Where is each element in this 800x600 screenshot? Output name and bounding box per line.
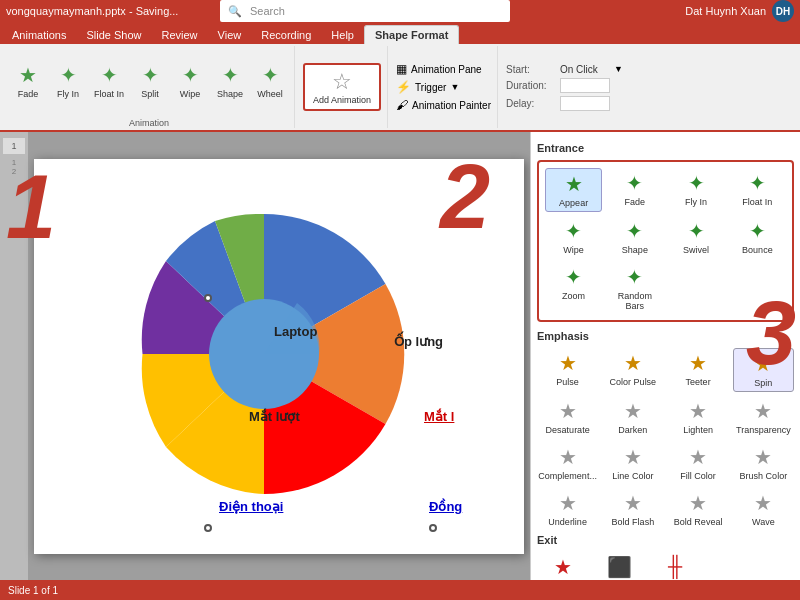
anim-underline[interactable]: ★ Underline <box>537 488 598 530</box>
anim-desaturate[interactable]: ★ Desaturate <box>537 396 598 438</box>
fillcolor-label: Fill Color <box>680 471 716 481</box>
boldreveal-label: Bold Reveal <box>674 517 723 527</box>
delay-row: Delay: 00:00 <box>506 96 623 111</box>
duration-input[interactable] <box>560 78 610 93</box>
anim-bold-reveal[interactable]: ★ Bold Reveal <box>668 488 729 530</box>
desaturate-icon: ★ <box>559 399 577 423</box>
fillcolor-icon: ★ <box>689 445 707 469</box>
anim-color-pulse[interactable]: ★ Color Pulse <box>602 348 663 392</box>
tab-review[interactable]: Review <box>151 26 207 44</box>
emphasis-grid-top: ★ Pulse ★ Color Pulse ★ Teeter ★ Spin <box>537 348 794 392</box>
anim-wave[interactable]: ★ Wave <box>733 488 794 530</box>
anim-fade-btn[interactable]: ★ Fade <box>10 61 46 101</box>
slide-num-1[interactable]: 1 <box>3 138 25 154</box>
anim-pulse[interactable]: ★ Pulse <box>537 348 598 392</box>
anim-bold-flash[interactable]: ★ Bold Flash <box>602 488 663 530</box>
swivel-anim-icon: ✦ <box>688 219 705 243</box>
emphasis-grid-2: ★ Desaturate ★ Darken ★ Lighten ★ Transp… <box>537 396 794 438</box>
animation-pane-btn[interactable]: ▦ Animation Pane <box>396 62 491 76</box>
anim-brush-color[interactable]: ★ Brush Color <box>733 442 794 484</box>
entrance-section: Entrance ★ Appear ✦ Fade ✦ Fly In <box>537 142 794 322</box>
avatar: DH <box>772 0 794 22</box>
anim-fill-color[interactable]: ★ Fill Color <box>668 442 729 484</box>
search-bar[interactable]: 🔍 Search <box>220 0 510 22</box>
anim-bounce[interactable]: ✦ Bounce <box>729 216 786 258</box>
selection-handle-br[interactable] <box>429 524 437 532</box>
emphasis-grid-3: ★ Complement... ★ Line Color ★ Fill Colo… <box>537 442 794 484</box>
title-bar: vongquaymaymanh.pptx - Saving... 🔍 Searc… <box>0 0 800 22</box>
selection-handle-bl[interactable] <box>204 524 212 532</box>
filename-label: vongquaymaymanh.pptx - Saving... <box>6 5 178 17</box>
anim-exit-2[interactable]: ⬛ <box>593 552 645 580</box>
label-mat-luot2: Mắt l <box>424 409 454 424</box>
slide-canvas-area[interactable]: 1 2 <box>28 132 530 580</box>
animation-painter-btn[interactable]: 🖌 Animation Painter <box>396 98 491 112</box>
anim-exit-1[interactable]: ★ <box>537 552 589 580</box>
anim-complement[interactable]: ★ Complement... <box>537 442 598 484</box>
fade-icon: ★ <box>19 63 37 87</box>
emphasis-grid-4: ★ Underline ★ Bold Flash ★ Bold Reveal ★… <box>537 488 794 530</box>
anim-wipe[interactable]: ✦ Wipe <box>545 216 602 258</box>
anim-darken[interactable]: ★ Darken <box>602 396 663 438</box>
label-laptop: Laptop <box>274 324 317 339</box>
wheel-icon: ✦ <box>262 63 279 87</box>
lighten-icon: ★ <box>689 399 707 423</box>
add-animation-label: Add Animation <box>313 95 371 105</box>
anim-transparency[interactable]: ★ Transparency <box>733 396 794 438</box>
anim-wheel-btn[interactable]: ✦ Wheel <box>252 61 288 101</box>
anim-fade[interactable]: ✦ Fade <box>606 168 663 212</box>
start-dropdown-icon[interactable]: ▼ <box>614 64 623 74</box>
animation-panel: 3 Entrance ★ Appear ✦ Fade ✦ <box>530 132 800 580</box>
anim-spin[interactable]: ★ Spin <box>733 348 794 392</box>
ribbon: ★ Fade ✦ Fly In ✦ Float In ✦ Split ✦ W <box>0 44 800 132</box>
boldreveal-icon: ★ <box>689 491 707 515</box>
tab-recording[interactable]: Recording <box>251 26 321 44</box>
anim-split-btn[interactable]: ✦ Split <box>132 61 168 101</box>
anim-appear[interactable]: ★ Appear <box>545 168 602 212</box>
bounce-anim-icon: ✦ <box>749 219 766 243</box>
delay-input[interactable]: 00:00 <box>560 96 610 111</box>
lighten-label: Lighten <box>683 425 713 435</box>
anim-floatin-btn[interactable]: ✦ Float In <box>90 61 128 101</box>
anim-wipe-btn[interactable]: ✦ Wipe <box>172 61 208 101</box>
label-mat-luot1: Mắt lượt <box>249 409 300 424</box>
anim-flyin-btn[interactable]: ✦ Fly In <box>50 61 86 101</box>
wipe-icon: ✦ <box>182 63 199 87</box>
emphasis-title: Emphasis <box>537 330 794 342</box>
anim-flyin[interactable]: ✦ Fly In <box>668 168 725 212</box>
desaturate-label: Desaturate <box>546 425 590 435</box>
anim-floatin[interactable]: ✦ Float In <box>729 168 786 212</box>
fade-anim-label: Fade <box>625 197 646 207</box>
selection-handle-tl[interactable] <box>204 294 212 302</box>
teeter-icon: ★ <box>689 351 707 375</box>
anim-lighten[interactable]: ★ Lighten <box>668 396 729 438</box>
shape-icon: ✦ <box>222 63 239 87</box>
anim-line-color[interactable]: ★ Line Color <box>602 442 663 484</box>
wipe-label: Wipe <box>180 89 201 99</box>
ribbon-tabs: Animations Slide Show Review View Record… <box>0 22 800 44</box>
tab-animations[interactable]: Animations <box>2 26 76 44</box>
floatin-anim-icon: ✦ <box>749 171 766 195</box>
anim-random-bars[interactable]: ✦ Random Bars <box>606 262 663 314</box>
teeter-label: Teeter <box>686 377 711 387</box>
zoom-anim-icon: ✦ <box>565 265 582 289</box>
anim-swivel[interactable]: ✦ Swivel <box>668 216 725 258</box>
tab-slideshow[interactable]: Slide Show <box>76 26 151 44</box>
transparency-icon: ★ <box>754 399 772 423</box>
status-bar: Slide 1 of 1 <box>0 580 800 600</box>
trigger-btn[interactable]: ⚡ Trigger ▼ <box>396 80 491 94</box>
swivel-anim-label: Swivel <box>683 245 709 255</box>
trigger-dropdown-icon[interactable]: ▼ <box>450 82 459 92</box>
tab-view[interactable]: View <box>208 26 252 44</box>
anim-shape-btn[interactable]: ✦ Shape <box>212 61 248 101</box>
tab-help[interactable]: Help <box>321 26 364 44</box>
floatin-anim-label: Float In <box>742 197 772 207</box>
fade-label: Fade <box>18 89 39 99</box>
anim-teeter[interactable]: ★ Teeter <box>668 348 729 392</box>
anim-shape[interactable]: ✦ Shape <box>606 216 663 258</box>
tab-shape-format[interactable]: Shape Format <box>364 25 459 44</box>
add-animation-btn[interactable]: ☆ Add Animation <box>303 63 381 111</box>
anim-zoom[interactable]: ✦ Zoom <box>545 262 602 314</box>
floatin-label: Float In <box>94 89 124 99</box>
anim-exit-3[interactable]: ╫ <box>649 552 701 580</box>
